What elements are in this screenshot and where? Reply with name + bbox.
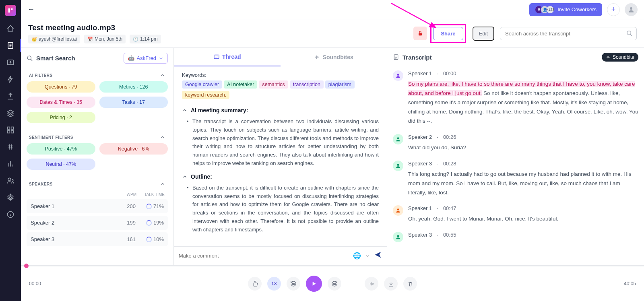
info-icon[interactable] [6, 210, 15, 219]
sentiment-chip[interactable]: Neutral · 47% [27, 159, 95, 170]
filter-chip[interactable]: Tasks · 17 [99, 97, 168, 108]
waveform-button[interactable] [365, 277, 378, 291]
transcript-speaker: Speaker 3 [408, 161, 432, 167]
transcript-text: What did you do, Suria? [408, 143, 638, 153]
chevron-down-icon[interactable] [365, 254, 370, 258]
svg-point-17 [397, 137, 399, 139]
svg-rect-3 [11, 127, 14, 130]
transcript-time: 00:47 [443, 205, 456, 211]
speaker-row[interactable]: Speaker 120071% [27, 199, 168, 213]
globe-icon[interactable]: 🌐 [353, 252, 361, 260]
upload-icon[interactable] [6, 92, 15, 101]
edit-button[interactable]: Edit [473, 27, 494, 41]
invite-coworkers-button[interactable]: R 👤 +123 Invite Coworkers [529, 3, 602, 16]
delete-button[interactable] [403, 277, 417, 291]
layers-icon[interactable] [6, 109, 15, 118]
transcript-time: 00:28 [443, 161, 456, 167]
team-icon[interactable] [6, 176, 15, 185]
owner-chip[interactable]: 👑ayush@fireflies.ai [28, 35, 80, 43]
transcript-text: Oh, yeah. God. I went to Munar. Munar. O… [408, 214, 638, 224]
chevron-up-icon [160, 72, 165, 78]
ai-filters-heading[interactable]: AI FILTERS [27, 68, 168, 81]
transcript-block[interactable]: Speaker 1·00:00So my plans are, like, I … [387, 66, 644, 130]
askfred-button[interactable]: 🤖AskFred [124, 53, 168, 64]
svg-text:15: 15 [292, 283, 295, 285]
speaker-avatar [393, 70, 403, 81]
speed-button[interactable]: 1× [267, 277, 281, 291]
settings-icon[interactable] [6, 193, 15, 202]
svg-point-18 [397, 164, 399, 166]
date-chip[interactable]: 📅Mon, Jun 5th [84, 35, 126, 43]
play-button[interactable] [306, 276, 322, 292]
transcript-speaker: Speaker 2 [408, 134, 432, 140]
sentiment-chip[interactable]: Negative · 6% [99, 143, 168, 155]
profile-avatar[interactable] [625, 3, 638, 16]
send-button[interactable] [374, 251, 382, 261]
rewind-button[interactable]: 15 [287, 277, 300, 291]
svg-point-6 [8, 178, 11, 181]
svg-point-7 [10, 197, 12, 199]
tab-soundbites[interactable]: Soundbites [281, 48, 387, 66]
bolt-icon[interactable] [6, 75, 15, 84]
share-button[interactable]: Share [433, 27, 463, 40]
time-chip[interactable]: 🕐1:14 pm [130, 35, 161, 43]
progress-handle[interactable] [24, 264, 29, 268]
speaker-row[interactable]: Speaker 316110% [27, 232, 168, 246]
filter-chip[interactable]: Pricing · 2 [27, 112, 95, 123]
download-button[interactable] [384, 277, 398, 291]
analytics-icon[interactable] [6, 159, 15, 168]
talktime-col-header: TALK TIME [136, 192, 165, 197]
transcript-block[interactable]: Speaker 3·00:55 [387, 228, 644, 246]
wpm-col-header: WPM [116, 192, 136, 197]
document-icon[interactable] [6, 41, 15, 50]
svg-rect-2 [8, 127, 10, 130]
keyword-chip[interactable]: AI notetaker [224, 80, 257, 89]
svg-point-13 [27, 56, 31, 60]
current-time: 00:00 [29, 281, 53, 287]
speaker-avatar [393, 205, 403, 216]
keyword-chip[interactable]: transcription [290, 80, 324, 89]
keyword-chip[interactable]: semantics [259, 80, 288, 89]
filter-chip[interactable]: Questions · 79 [27, 81, 95, 93]
filter-chip[interactable]: Dates & Times · 35 [27, 97, 95, 108]
total-time: 40:05 [612, 281, 636, 287]
search-transcript [500, 27, 637, 40]
outline-heading[interactable]: Outline: [182, 173, 379, 180]
keyword-chip[interactable]: plagiarism [325, 80, 355, 89]
home-icon[interactable] [6, 24, 15, 33]
sentiment-heading[interactable]: SENTIMENT FILTERS [27, 130, 168, 143]
transcript-time: 00:00 [443, 70, 456, 76]
add-button[interactable]: + [607, 3, 620, 16]
keyword-chip[interactable]: keyword research. [182, 91, 229, 99]
back-button[interactable]: ← [27, 5, 35, 14]
audio-player: 00:00 1× 15 15 [21, 265, 644, 301]
hash-icon[interactable] [6, 142, 15, 151]
soundbite-button[interactable]: Soundbite [602, 53, 638, 62]
speaker-row[interactable]: Speaker 219919% [27, 216, 168, 230]
tab-thread[interactable]: Thread [174, 48, 281, 66]
speakers-heading[interactable]: SPEAKERS [27, 177, 168, 190]
summary-heading[interactable]: AI meeting summary: [182, 107, 379, 113]
sentiment-chip[interactable]: Positive · 47% [27, 143, 95, 155]
transcript-speaker: Speaker 1 [408, 205, 432, 211]
svg-point-12 [627, 31, 631, 35]
comment-input[interactable] [179, 253, 349, 259]
outline-text: Based on the transcript, it is difficult… [192, 184, 379, 234]
upload-box-icon[interactable] [6, 58, 15, 67]
transcript-block[interactable]: Speaker 2·00:26What did you do, Suria? [387, 130, 644, 157]
transcript-time: 00:26 [443, 134, 456, 140]
left-nav-rail [0, 0, 21, 301]
avatar-stack: R 👤 +123 [535, 6, 554, 14]
transcript-block[interactable]: Speaker 1·00:47Oh, yeah. God. I went to … [387, 201, 644, 228]
filter-chip[interactable]: Metrics · 126 [99, 81, 168, 93]
thumbs-up-button[interactable] [248, 277, 262, 291]
app-logo[interactable] [5, 5, 16, 16]
progress-bar[interactable] [21, 265, 644, 266]
forward-button[interactable]: 15 [328, 277, 341, 291]
summary-text: The transcript is a conversation between… [192, 118, 379, 168]
search-input[interactable] [500, 27, 637, 40]
lock-button[interactable] [413, 27, 427, 40]
transcript-block[interactable]: Speaker 3·00:28This long acting? I actua… [387, 157, 644, 202]
grid-icon[interactable] [6, 126, 15, 134]
keyword-chip[interactable]: Google crawler [182, 80, 222, 89]
